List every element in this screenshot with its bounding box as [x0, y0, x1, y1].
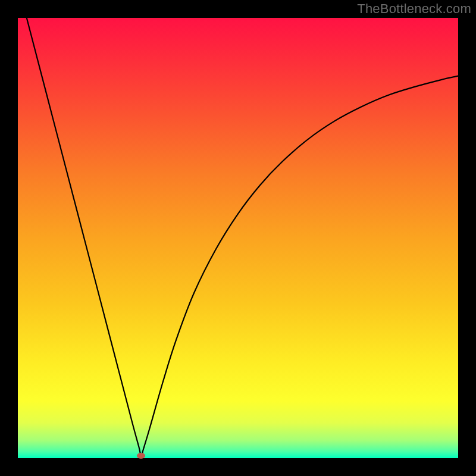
bottleneck-curve — [18, 18, 458, 458]
chart-frame: TheBottleneck.com — [0, 0, 476, 476]
plot-area — [18, 18, 458, 458]
minimum-marker — [137, 453, 145, 459]
watermark-text: TheBottleneck.com — [357, 1, 471, 17]
